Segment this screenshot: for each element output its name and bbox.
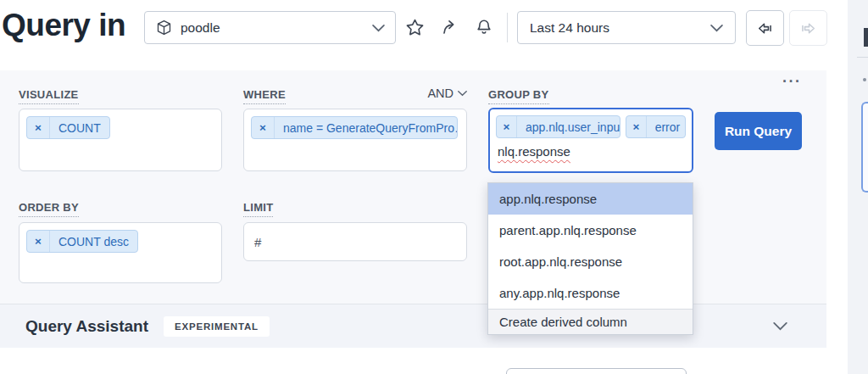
bell-icon[interactable] bbox=[473, 16, 495, 38]
dataset-select[interactable]: poodle bbox=[144, 11, 396, 44]
order-by-label: ORDER BY bbox=[19, 201, 79, 217]
history-forward-button[interactable] bbox=[789, 10, 827, 46]
right-panel-dot bbox=[863, 78, 866, 81]
where-pill[interactable]: × name = GenerateQueryFromPro… bbox=[251, 116, 458, 139]
time-range-value: Last 24 hours bbox=[530, 20, 609, 36]
query-assistant-bar[interactable]: Query Assistant EXPERIMENTAL bbox=[0, 304, 826, 348]
more-menu-icon[interactable]: ··· bbox=[782, 73, 801, 91]
query-assistant-title: Query Assistant bbox=[25, 317, 148, 336]
share-icon[interactable] bbox=[439, 16, 461, 38]
bottom-partial-control[interactable] bbox=[506, 368, 687, 374]
limit-label: LIMIT bbox=[243, 201, 273, 217]
limit-input[interactable] bbox=[254, 235, 456, 249]
history-back-button[interactable] bbox=[746, 10, 784, 46]
dropdown-item[interactable]: root.app.nlq.response bbox=[488, 246, 693, 277]
right-panel-text-fragment bbox=[864, 28, 868, 47]
run-query-button[interactable]: Run Query bbox=[715, 112, 802, 150]
chevron-down-icon bbox=[372, 24, 385, 32]
limit-box[interactable] bbox=[243, 222, 467, 261]
collapse-chevron-icon[interactable] bbox=[773, 321, 787, 331]
order-by-box[interactable]: × COUNT desc bbox=[19, 222, 222, 283]
column-autocomplete-dropdown: app.nlq.response parent.app.nlq.response… bbox=[487, 182, 693, 335]
where-header: WHERE AND bbox=[243, 88, 467, 104]
experimental-badge: EXPERIMENTAL bbox=[164, 316, 270, 337]
group-by-pill[interactable]: × error bbox=[626, 115, 686, 138]
right-panel-divider bbox=[857, 57, 868, 58]
group-by-label: GROUP BY bbox=[488, 88, 549, 104]
header-divider bbox=[507, 13, 508, 42]
remove-icon[interactable]: × bbox=[497, 116, 517, 137]
remove-icon[interactable]: × bbox=[27, 117, 50, 138]
visualize-pill[interactable]: × COUNT bbox=[26, 116, 110, 139]
dataset-select-value: poodle bbox=[181, 20, 220, 36]
where-box[interactable]: × name = GenerateQueryFromPro… bbox=[243, 109, 467, 171]
remove-icon[interactable]: × bbox=[252, 117, 275, 138]
dataset-icon bbox=[155, 19, 173, 36]
favorite-star-icon[interactable] bbox=[403, 16, 426, 38]
right-panel-focused-box[interactable] bbox=[861, 102, 868, 193]
dropdown-item[interactable]: any.app.nlq.response bbox=[488, 277, 693, 309]
group-by-input[interactable]: nlq.response bbox=[498, 144, 570, 159]
chevron-down-icon bbox=[710, 24, 723, 32]
remove-icon[interactable]: × bbox=[27, 231, 50, 252]
create-derived-column-option[interactable]: Create derived column bbox=[488, 309, 693, 334]
visualize-box[interactable]: × COUNT bbox=[19, 109, 222, 171]
visualize-label: VISUALIZE bbox=[19, 88, 79, 104]
dropdown-item[interactable]: app.nlq.response bbox=[488, 183, 693, 215]
time-range-select[interactable]: Last 24 hours bbox=[517, 11, 736, 44]
page-title: Query in bbox=[2, 7, 125, 44]
where-label: WHERE bbox=[243, 88, 286, 104]
group-by-pill[interactable]: × app.nlq.user_input bbox=[496, 115, 620, 138]
dropdown-item[interactable]: parent.app.nlq.response bbox=[488, 215, 693, 246]
group-by-box[interactable]: × app.nlq.user_input × error nlq.respons… bbox=[488, 108, 693, 173]
order-by-pill[interactable]: × COUNT desc bbox=[26, 230, 138, 253]
query-builder-page: Query in poodle Last 24 hours bbox=[0, 0, 868, 374]
where-combinator-select[interactable]: AND bbox=[427, 87, 467, 100]
remove-icon[interactable]: × bbox=[626, 116, 646, 137]
